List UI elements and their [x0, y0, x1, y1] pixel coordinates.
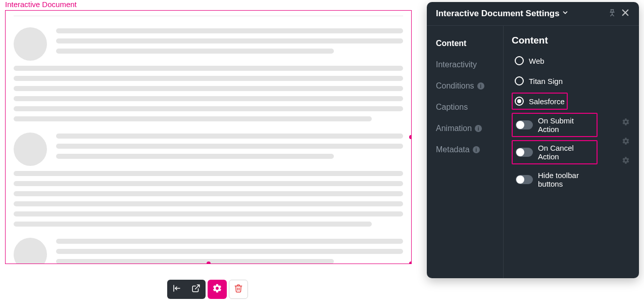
sidebar-item-label: Content: [436, 39, 466, 48]
sidebar-item-label: Interactivity: [436, 60, 477, 69]
radio-web[interactable]: Web: [512, 52, 548, 69]
panel-title-text: Interactive Document Settings: [436, 9, 560, 19]
panel-sidebar: Content Interactivity Conditions i Capti…: [427, 26, 504, 278]
info-badge-icon: i: [477, 82, 484, 90]
sidebar-item-content[interactable]: Content: [436, 35, 503, 56]
info-badge-icon: i: [473, 146, 480, 153]
toggle-label: On Cancel Action: [538, 144, 593, 161]
sidebar-item-metadata[interactable]: Metadata i: [436, 141, 503, 162]
toolbar-delete-button[interactable]: [229, 280, 248, 299]
toggle-switch[interactable]: [516, 120, 533, 129]
settings-panel: Interactive Document Settings Content In…: [427, 2, 639, 278]
info-badge-icon: i: [475, 125, 482, 132]
toggle-on-submit-action[interactable]: On Submit Action: [512, 113, 598, 137]
toggle-on-cancel-action[interactable]: On Cancel Action: [512, 140, 598, 164]
panel-content: Content Web Titan Sign Salesforce On Sub…: [504, 26, 639, 278]
toggle-hide-toolbar-buttons[interactable]: Hide toolbar buttons: [512, 167, 598, 192]
toggle-label: Hide toolbar buttons: [538, 171, 593, 188]
svg-line-2: [195, 285, 200, 289]
close-button[interactable]: [619, 7, 632, 20]
radio-label: Titan Sign: [529, 77, 563, 85]
trash-icon: [234, 284, 243, 295]
sidebar-item-conditions[interactable]: Conditions i: [436, 77, 503, 99]
external-link-icon: [191, 284, 201, 295]
resize-handle-bottom[interactable]: [207, 262, 211, 264]
panel-header: Interactive Document Settings: [427, 2, 639, 26]
gear-icon: [622, 138, 630, 147]
align-left-icon: [172, 284, 181, 295]
sidebar-item-label: Conditions: [436, 81, 474, 91]
row-settings-button[interactable]: [622, 118, 630, 126]
panel-title-dropdown[interactable]: Interactive Document Settings: [436, 9, 569, 19]
sidebar-item-interactivity[interactable]: Interactivity: [436, 56, 503, 77]
row-settings-button[interactable]: [622, 137, 630, 145]
resize-handle-right[interactable]: [409, 135, 412, 139]
sidebar-item-label: Metadata: [436, 145, 470, 154]
toggle-label: On Submit Action: [538, 116, 593, 134]
close-icon: [621, 8, 630, 19]
component-label: Interactive Document: [5, 0, 77, 9]
sidebar-item-label: Animation: [436, 124, 472, 133]
chevron-down-icon: [562, 9, 569, 19]
content-heading: Content: [512, 35, 631, 46]
sidebar-item-captions[interactable]: Captions: [436, 99, 503, 120]
document-placeholder: [6, 11, 411, 264]
radio-label: Salesforce: [529, 97, 565, 106]
gear-icon: [622, 157, 630, 166]
radio-icon: [515, 97, 524, 106]
toggle-switch[interactable]: [516, 148, 533, 157]
toolbar-open-button[interactable]: [186, 280, 206, 299]
toolbar-align-button[interactable]: [167, 280, 186, 299]
toggle-switch[interactable]: [516, 175, 533, 184]
sidebar-item-animation[interactable]: Animation i: [436, 120, 503, 141]
pin-button[interactable]: [606, 7, 619, 20]
toolbar-settings-button[interactable]: [208, 280, 227, 299]
radio-icon: [515, 56, 524, 65]
component-toolbar: [167, 280, 248, 299]
gear-icon: [212, 283, 222, 295]
radio-salesforce[interactable]: Salesforce: [512, 93, 568, 110]
sidebar-item-label: Captions: [436, 103, 468, 112]
pin-icon: [608, 9, 616, 19]
radio-label: Web: [529, 57, 544, 65]
interactive-document-component[interactable]: [5, 10, 412, 264]
radio-titan-sign[interactable]: Titan Sign: [512, 72, 566, 90]
row-settings-button[interactable]: [622, 156, 630, 164]
gear-icon: [622, 119, 630, 127]
radio-icon: [515, 76, 524, 85]
resize-handle-corner[interactable]: [409, 262, 412, 264]
